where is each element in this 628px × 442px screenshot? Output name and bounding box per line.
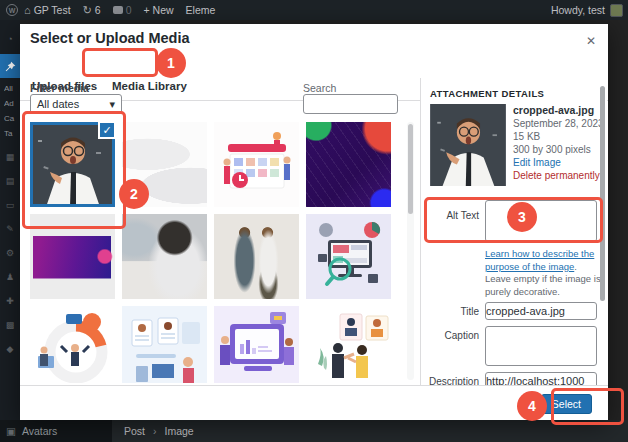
printer-icon: ▣	[6, 425, 16, 437]
avatar[interactable]	[610, 4, 623, 17]
title-field[interactable]	[485, 302, 597, 320]
attachment-filesize: 15 KB	[513, 131, 540, 142]
media-modal: Select or Upload Media ✕ Upload files Me…	[20, 24, 608, 420]
pages-icon[interactable]: ▤	[0, 176, 20, 186]
analytics-illustration	[306, 214, 391, 299]
attachment-dimensions: 300 by 300 pixels	[513, 144, 591, 155]
media-thumbnail[interactable]	[214, 122, 299, 207]
sidebar-submenu-add-new[interactable]: Ad	[0, 99, 20, 108]
attachment-meta: cropped-ava.jpg September 28, 2023 15 KB…	[513, 104, 605, 182]
date-filter-select[interactable]: All dates ▾	[30, 94, 122, 114]
sidebar-submenu-tags[interactable]: Ta	[0, 129, 20, 138]
filter-media-label: Filter media	[30, 82, 89, 94]
comments-menu[interactable]: 0	[107, 0, 138, 20]
scrollbar-thumb[interactable]	[408, 124, 413, 214]
media-thumbnail-selected-avatar[interactable]: ✓	[30, 122, 115, 207]
chevron-down-icon: ▾	[109, 98, 115, 111]
pushpin-icon	[5, 61, 16, 72]
alt-text-help-link[interactable]: Learn how to describe the purpose of the…	[485, 248, 594, 272]
media-thumbnail[interactable]	[214, 214, 299, 299]
alt-text-field[interactable]	[485, 200, 597, 242]
elementor-menu[interactable]: Eleme	[180, 0, 222, 20]
updates-icon: ↻	[83, 4, 92, 17]
modal-title: Select or Upload Media	[30, 30, 190, 46]
media-thumbnail[interactable]	[306, 214, 391, 299]
search-input[interactable]	[303, 94, 398, 114]
breadcrumb-image[interactable]: Image	[165, 425, 194, 437]
admin-top-bar: W ⌂ GP Test ↻ 6 0 + New Eleme Howdy, tes…	[0, 0, 628, 20]
cart-icon[interactable]: ◆	[0, 344, 20, 354]
media-thumbnail[interactable]	[30, 214, 115, 299]
comments-icon[interactable]: ▭	[0, 200, 20, 210]
new-label: + New	[144, 4, 174, 16]
new-menu[interactable]: + New	[138, 0, 180, 20]
caption-field[interactable]	[485, 326, 597, 366]
media-thumbnail[interactable]	[214, 306, 299, 383]
updates-count: 6	[95, 4, 101, 16]
alt-text-label: Alt Text	[423, 210, 479, 221]
dashboard-icon[interactable]: ◔	[0, 34, 20, 44]
media-thumbnail[interactable]	[306, 306, 391, 383]
delete-permanently-link[interactable]: Delete permanently	[513, 169, 605, 182]
profiles-illustration	[122, 306, 207, 383]
sidebar-submenu-categories[interactable]: Ca	[0, 114, 20, 123]
site-menu[interactable]: ⌂ GP Test	[18, 0, 77, 20]
tab-media-library[interactable]: Media Library	[112, 80, 187, 92]
sidebar-item-posts[interactable]	[0, 54, 20, 78]
sidebar-submenu-all-posts[interactable]: All	[0, 84, 20, 93]
calendar-illustration	[214, 122, 299, 207]
gauge-illustration	[30, 306, 115, 383]
comments-count: 0	[126, 4, 132, 16]
breadcrumb-post[interactable]: Post	[124, 425, 145, 437]
title-label: Title	[423, 306, 479, 317]
media-thumbnail[interactable]	[122, 214, 207, 299]
attachment-filename: cropped-ava.jpg	[513, 104, 594, 116]
admin-sidebar: ◔ All Ad Ca Ta ▦ ▤ ▭ ✎ ⚙ ♟ ✚ ▩ ◆	[0, 20, 20, 420]
alt-text-help: Learn how to describe the purpose of the…	[485, 248, 603, 298]
appearance-icon[interactable]: ✎	[0, 224, 20, 234]
updates-menu[interactable]: ↻ 6	[77, 0, 107, 20]
search-label: Search	[303, 82, 336, 94]
media-grid: ✓	[30, 122, 392, 383]
media-grid-scrollbar[interactable]	[407, 122, 414, 380]
media-icon[interactable]: ▦	[0, 152, 20, 162]
media-thumbnail[interactable]	[122, 306, 207, 383]
tools-icon[interactable]: ✚	[0, 296, 20, 306]
modal-footer: Select	[20, 385, 608, 420]
site-name: GP Test	[34, 4, 71, 16]
elementor-label: Eleme	[186, 4, 216, 16]
attachment-preview-image	[430, 104, 506, 186]
selected-check-icon: ✓	[98, 122, 116, 139]
breadcrumb-separator: ›	[153, 425, 157, 437]
people-screens-illustration	[306, 306, 391, 383]
attachment-date: September 28, 2023	[513, 118, 604, 129]
users-icon[interactable]: ♟	[0, 272, 20, 282]
edit-image-link[interactable]: Edit Image	[513, 156, 605, 169]
avatars-label: Avatars	[22, 425, 57, 437]
attachment-details-heading: ATTACHMENT DETAILS	[430, 88, 544, 99]
wordpress-logo-icon[interactable]: W	[6, 4, 18, 16]
dashboard-illustration	[214, 306, 299, 383]
attachment-details-panel: ATTACHMENT DETAILS cropped-ava.jpg Septe…	[420, 78, 607, 409]
close-icon[interactable]: ✕	[586, 34, 596, 48]
howdy-account[interactable]: Howdy, test	[551, 4, 605, 16]
select-button[interactable]: Select	[541, 394, 592, 414]
caption-label: Caption	[423, 330, 479, 341]
date-filter-value: All dates	[37, 98, 79, 110]
breadcrumb: Post › Image	[124, 425, 194, 437]
sidebar-item-avatars[interactable]: ▣ Avatars	[0, 420, 112, 442]
media-thumbnail[interactable]	[306, 122, 391, 207]
home-icon: ⌂	[24, 4, 31, 16]
comments-icon	[113, 6, 123, 14]
plugins-icon[interactable]: ⚙	[0, 248, 20, 258]
bottom-bar: ▣ Avatars Post › Image	[0, 420, 628, 442]
media-thumbnail[interactable]	[122, 122, 207, 207]
details-scrollbar[interactable]	[600, 86, 605, 301]
settings-icon[interactable]: ▩	[0, 320, 20, 330]
media-thumbnail[interactable]	[30, 306, 115, 383]
